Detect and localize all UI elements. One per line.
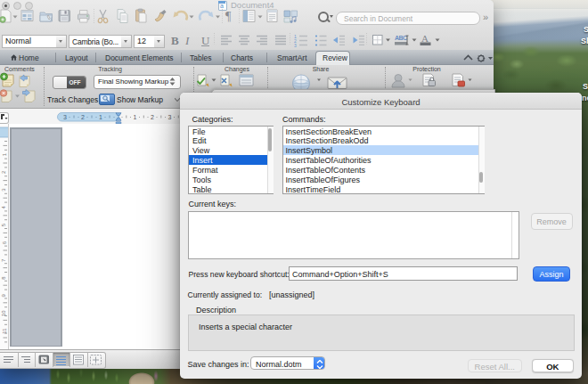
svg-text:3: 3 [63,114,67,120]
svg-text:U: U [201,34,210,47]
svg-text:ABC: ABC [395,35,407,41]
svg-text:11: 11 [2,328,7,334]
svg-text:1: 1 [99,114,102,120]
svg-text:A: A [421,33,429,44]
svg-text:3: 3 [294,43,297,48]
svg-text:B: B [171,34,179,47]
svg-text:2: 2 [81,114,85,120]
svg-text:3: 3 [168,114,172,120]
svg-text:10: 10 [2,310,7,316]
svg-text:2: 2 [151,114,154,120]
svg-text:¶: ¶ [225,10,232,23]
svg-text:1: 1 [134,114,137,120]
svg-text:I: I [184,34,190,47]
